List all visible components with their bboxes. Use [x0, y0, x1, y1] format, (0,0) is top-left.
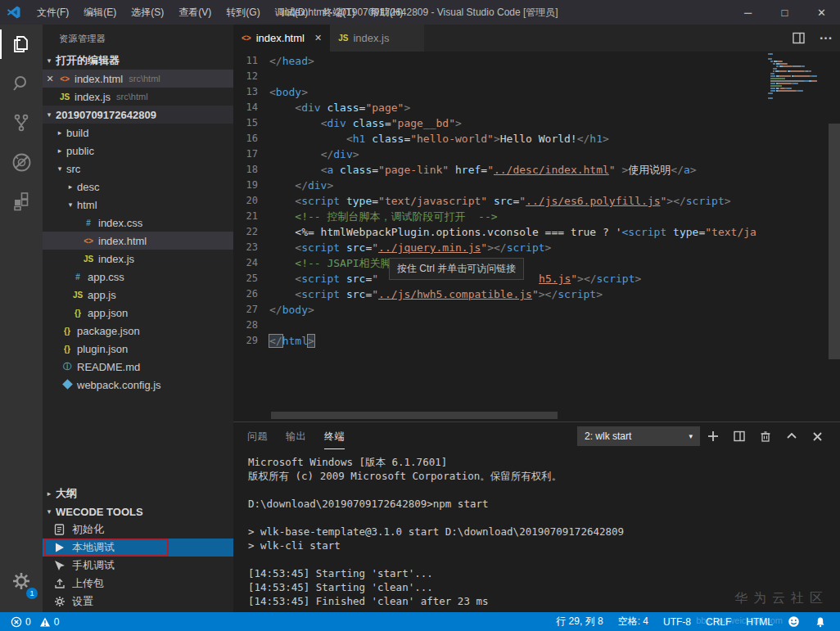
- code-line-17[interactable]: 17 </div>: [233, 146, 765, 162]
- split-editor-icon[interactable]: [785, 32, 812, 44]
- cursor-position[interactable]: 行 29, 列 8: [549, 612, 610, 631]
- explorer-icon[interactable]: [0, 25, 43, 64]
- indentation[interactable]: 空格: 4: [611, 612, 656, 631]
- code-line-27[interactable]: 27</body>: [233, 302, 765, 318]
- code-line-13[interactable]: 13<body>: [233, 84, 765, 100]
- tool-上传包[interactable]: 上传包: [43, 575, 233, 593]
- outline-section[interactable]: ▸大纲: [43, 485, 233, 503]
- html-file-icon: <>: [57, 74, 72, 83]
- code-line-19[interactable]: 19 </div>: [233, 178, 765, 193]
- panel-header: 问题输出终端 2: wlk start ▾: [233, 422, 840, 450]
- window-controls: ─ □ ✕: [729, 0, 840, 25]
- html-file-icon: <>: [242, 34, 251, 43]
- menu-编[interactable]: 编辑(E): [76, 0, 124, 25]
- open-editors-header[interactable]: ▾打开的编辑器: [43, 52, 233, 70]
- code-line-23[interactable]: 23 <script src="../jquery.min.js"></scri…: [233, 240, 765, 255]
- tool-本地调试[interactable]: 本地调试: [43, 539, 233, 557]
- source-control-icon[interactable]: [0, 103, 43, 142]
- kill-terminal-icon[interactable]: [752, 430, 779, 442]
- horizontal-scrollbar[interactable]: [271, 412, 558, 419]
- code-line-22[interactable]: 22 <%= htmlWebpackPlugin.options.vconsol…: [233, 224, 765, 240]
- close-icon[interactable]: ✕: [314, 33, 322, 43]
- line-content: <%= htmlWebpackPlugin.options.vconsole =…: [269, 224, 756, 240]
- file-webpack.config.js[interactable]: webpack.config.js: [43, 376, 233, 394]
- project-root-folder[interactable]: ▾20190709172642809: [43, 106, 233, 124]
- problems-status[interactable]: 0: [7, 612, 35, 631]
- tab-index.html[interactable]: <>index.html✕: [233, 25, 330, 52]
- file-index.js[interactable]: JSindex.js: [43, 250, 233, 268]
- code-editor[interactable]: 11</head>1213<body>14 <div class="page">…: [233, 52, 840, 421]
- file-plugin.json[interactable]: {}plugin.json: [43, 340, 233, 358]
- file-index.html[interactable]: <>index.html: [43, 232, 233, 250]
- tool-设置[interactable]: 设置: [43, 593, 233, 611]
- file-app.js[interactable]: JSapp.js: [43, 286, 233, 304]
- file-app.css[interactable]: #app.css: [43, 268, 233, 286]
- encoding[interactable]: UTF-8: [656, 612, 698, 631]
- line-content: <script src="../jquery.min.js"></script>: [269, 240, 551, 255]
- menu-选[interactable]: 选择(S): [124, 0, 171, 25]
- panel-tab-终端[interactable]: 终端: [324, 423, 345, 449]
- menu-查[interactable]: 查看(V): [171, 0, 219, 25]
- folder-public[interactable]: ▸public: [43, 142, 233, 160]
- code-line-21[interactable]: 21 <!-- 控制台脚本，调试阶段可打开 -->: [233, 209, 765, 224]
- panel-tab-问题[interactable]: 问题: [247, 423, 268, 449]
- tab-index.js[interactable]: JSindex.js: [330, 25, 424, 52]
- line-number: 20: [233, 193, 269, 209]
- folder-desc[interactable]: ▸desc: [43, 178, 233, 196]
- css-file-icon: #: [81, 219, 96, 228]
- maximize-button[interactable]: □: [766, 0, 803, 25]
- new-terminal-icon[interactable]: [700, 430, 726, 442]
- open-editor-index.html[interactable]: ✕<>index.htmlsrc\html: [43, 70, 233, 88]
- tool-初始化[interactable]: 初始化: [43, 521, 233, 539]
- notifications-bell-icon[interactable]: [807, 612, 833, 631]
- code-line-15[interactable]: 15 <div class="page__bd">: [233, 115, 765, 131]
- code-line-12[interactable]: 12: [233, 69, 765, 84]
- file-package.json[interactable]: {}package.json: [43, 322, 233, 340]
- line-content: <script src="../js/hwh5.compatible.js"><…: [269, 286, 603, 302]
- folder-build[interactable]: ▸build: [43, 124, 233, 142]
- close-panel-icon[interactable]: [805, 431, 830, 442]
- tool-手机调试[interactable]: 手机调试: [43, 557, 233, 575]
- extensions-icon[interactable]: [0, 182, 43, 221]
- close-icon[interactable]: ✕: [43, 74, 57, 84]
- menu-文[interactable]: 文件(F): [29, 0, 76, 25]
- minimize-button[interactable]: ─: [729, 0, 766, 25]
- watermark-community: 华为云社区: [734, 590, 829, 607]
- file-app.json[interactable]: {}app.json: [43, 304, 233, 322]
- wecode-tools-section[interactable]: ▾WECODE TOOLS: [43, 503, 233, 521]
- status-bar: 0 0 行 29, 列 8 空格: 4 UTF-8 CRLF HTML bbs.…: [0, 612, 840, 631]
- terminal-select[interactable]: 2: wlk start ▾: [577, 426, 700, 446]
- json-file-icon: {}: [60, 345, 75, 354]
- split-terminal-icon[interactable]: [726, 430, 752, 442]
- folder-src[interactable]: ▾src: [43, 160, 233, 178]
- terminal-line: > wlk-base-template@3.1.0 start D:\downl…: [248, 525, 840, 539]
- debug-icon[interactable]: [0, 142, 43, 182]
- more-actions-icon[interactable]: ···: [812, 31, 840, 46]
- code-line-20[interactable]: 20 <script type="text/javascript" src=".…: [233, 193, 765, 209]
- code-line-11[interactable]: 11</head>: [233, 53, 765, 69]
- language-mode[interactable]: HTML: [738, 612, 780, 631]
- maximize-panel-icon[interactable]: [779, 430, 805, 442]
- open-editor-index.js[interactable]: JSindex.jssrc\html: [43, 88, 233, 106]
- vertical-scrollbar[interactable]: [829, 124, 840, 359]
- warnings-status[interactable]: 0: [35, 612, 64, 631]
- file-index.css[interactable]: #index.css: [43, 214, 233, 232]
- feedback-smiley-icon[interactable]: [780, 612, 807, 631]
- minimap[interactable]: [768, 53, 827, 100]
- search-icon[interactable]: [0, 64, 43, 103]
- code-line-16[interactable]: 16 <h1 class="hello-world">Hello World!<…: [233, 131, 765, 146]
- line-number: 13: [233, 84, 269, 100]
- manage-gear-icon[interactable]: 1: [0, 561, 43, 601]
- menu-转[interactable]: 转到(G): [219, 0, 267, 25]
- panel-tab-输出[interactable]: 输出: [286, 423, 306, 449]
- code-line-18[interactable]: 18 <a class="page-link" href="../desc/in…: [233, 162, 765, 178]
- code-line-26[interactable]: 26 <script src="../js/hwh5.compatible.js…: [233, 286, 765, 302]
- eol-sequence[interactable]: CRLF: [698, 612, 738, 631]
- terminal-output[interactable]: Microsoft Windows [版本 6.1.7601]版权所有 (c) …: [233, 450, 840, 608]
- file-README.md[interactable]: ⓘREADME.md: [43, 358, 233, 376]
- code-line-29[interactable]: 29</html>: [233, 333, 765, 349]
- close-button[interactable]: ✕: [803, 0, 840, 25]
- code-line-14[interactable]: 14 <div class="page">: [233, 100, 765, 115]
- code-line-28[interactable]: 28: [233, 318, 765, 333]
- folder-html[interactable]: ▾html: [43, 196, 233, 214]
